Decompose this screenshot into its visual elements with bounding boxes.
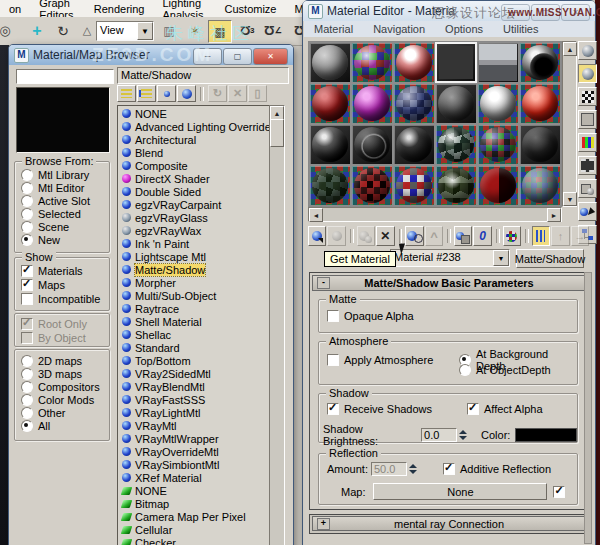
scroll-left-icon[interactable]: ◄ — [309, 208, 323, 222]
reflection-map-button[interactable]: None — [373, 483, 547, 500]
radio-control[interactable] — [21, 169, 33, 181]
list-item-vraysimbiontmtl-27[interactable]: VRaySimbiontMtl — [118, 458, 270, 471]
list-item-vray2sidedmtl-20[interactable]: VRay2SidedMtl — [118, 367, 270, 380]
list-item-xref-material-28[interactable]: XRef Material — [118, 471, 270, 484]
sample-slot-14[interactable] — [351, 124, 393, 165]
sample-slot-21[interactable] — [393, 165, 435, 206]
list-item-camera-map-per-pixel-31[interactable]: Camera Map Per Pixel — [118, 510, 270, 523]
sample-slot-9[interactable] — [393, 83, 435, 124]
list-item-checker-33[interactable]: Checker — [118, 536, 270, 545]
sample-slot-12[interactable] — [519, 83, 561, 124]
name-search-input[interactable] — [16, 69, 114, 84]
list-item-vraymtlwrapper-25[interactable]: VRayMtlWrapper — [118, 432, 270, 445]
radio-active-slot[interactable]: Active Slot — [15, 194, 109, 207]
radio-control[interactable] — [21, 355, 33, 367]
radio-new[interactable]: New — [15, 233, 109, 246]
snaps-toggle-icon[interactable]: ▩ — [208, 20, 232, 43]
list-item-egzvraycarpaint-7[interactable]: egzVRayCarpaint — [118, 198, 270, 211]
list-item-blend-3[interactable]: Blend — [118, 146, 270, 159]
list-item-shellac-17[interactable]: Shellac — [118, 328, 270, 341]
checkbox-control[interactable] — [21, 265, 33, 277]
sample-slot-17[interactable] — [477, 124, 519, 165]
sample-slot-1[interactable] — [309, 42, 351, 83]
sample-slot-10[interactable] — [435, 83, 477, 124]
list-item-none-0[interactable]: NONE — [118, 107, 270, 120]
select-and-rotate-icon[interactable]: ↻ — [52, 20, 74, 41]
view-large-icons-icon[interactable] — [177, 85, 196, 102]
receive-shadows-checkbox[interactable] — [327, 403, 339, 415]
background-icon[interactable] — [578, 87, 597, 106]
shadow-color-swatch[interactable] — [515, 428, 577, 442]
list-item-ink-n-paint-10[interactable]: Ink 'n Paint — [118, 237, 270, 250]
shadow-brightness-spinner[interactable]: 0.0 — [421, 428, 467, 442]
close-button[interactable]: ✕ — [253, 48, 288, 65]
list-item-matte-shadow-12[interactable]: Matte/Shadow — [118, 263, 270, 276]
editor-menu-material[interactable]: Material — [304, 23, 363, 35]
options-icon[interactable] — [578, 179, 597, 198]
rollout-header-basic[interactable]: - Matte/Shadow Basic Parameters — [312, 275, 586, 291]
combo-arrow-icon[interactable]: ▼ — [493, 250, 509, 266]
sample-slot-16[interactable] — [435, 124, 477, 165]
checkbox-materials[interactable]: Materials — [15, 264, 109, 278]
opaque-alpha-checkbox[interactable] — [327, 310, 339, 322]
material-editor-titlebar[interactable]: M Material Editor - Materia ─ ▢ ✕ — [303, 1, 595, 21]
sample-slot-6[interactable] — [519, 42, 561, 83]
make-material-copy-icon[interactable] — [405, 226, 423, 246]
view-small-icons-icon[interactable] — [157, 85, 176, 102]
material-type-button[interactable]: Matte/Shadow — [516, 249, 584, 268]
list-item-standard-18[interactable]: Standard — [118, 341, 270, 354]
radio-mtl-library[interactable]: Mtl Library — [15, 168, 109, 181]
select-manipulate-icon[interactable]: ✶ — [184, 20, 206, 41]
toolbar-partial-icon[interactable]: ◎ — [0, 20, 16, 41]
scroll-up-icon[interactable]: ▲ — [270, 106, 284, 120]
radio-control[interactable] — [21, 394, 33, 406]
list-item-composite-4[interactable]: Composite — [118, 159, 270, 172]
list-item-vraymtl-24[interactable]: VRayMtl — [118, 419, 270, 432]
list-item-vraylightmtl-23[interactable]: VRayLightMtl — [118, 406, 270, 419]
radio-control[interactable] — [21, 195, 33, 207]
rollout-header-mental-ray[interactable]: + mental ray Connection — [312, 516, 586, 531]
sample-slot-18[interactable] — [519, 124, 561, 165]
list-item-top-bottom-19[interactable]: Top/Bottom — [118, 354, 270, 367]
view-list-icons-icon[interactable] — [137, 85, 156, 102]
dropdown-arrow-icon[interactable]: ▼ — [137, 22, 153, 40]
list-item-morpher-13[interactable]: Morpher — [118, 276, 270, 289]
checkbox-incompatible[interactable]: Incompatible — [15, 292, 109, 306]
reference-coordinate-dropdown[interactable]: View ▼ — [96, 21, 154, 41]
select-and-scale-icon[interactable]: △ — [76, 20, 98, 41]
put-to-library-icon[interactable] — [454, 226, 472, 246]
material-name-dropdown[interactable]: Material #238 ▼ — [390, 249, 510, 267]
maximize-button[interactable]: ▢ — [223, 48, 252, 65]
checkbox-control[interactable] — [21, 293, 33, 305]
scroll-thumb[interactable] — [270, 119, 284, 147]
radio-3d-maps[interactable]: 3D maps — [15, 367, 109, 380]
at-object-depth-radio[interactable] — [459, 364, 471, 376]
sample-slot-19[interactable] — [309, 165, 351, 206]
list-item-double-sided-6[interactable]: Double Sided — [118, 185, 270, 198]
sample-slot-4-active[interactable] — [435, 42, 477, 83]
scroll-up-icon[interactable]: ▲ — [563, 42, 577, 56]
radio-compositors[interactable]: Compositors — [15, 380, 109, 393]
get-material-icon[interactable] — [308, 226, 326, 246]
radio-control[interactable] — [21, 221, 33, 233]
list-item-architectural-2[interactable]: Architectural — [118, 133, 270, 146]
maximize-button[interactable]: ▢ — [531, 4, 560, 21]
shadow-brightness-value[interactable]: 0.0 — [421, 428, 457, 442]
list-item-vrayfastsss-22[interactable]: VRayFastSSS — [118, 393, 270, 406]
radio-other[interactable]: Other — [15, 406, 109, 419]
app-menu-on[interactable]: on — [0, 2, 30, 16]
sample-slot-7[interactable] — [309, 83, 351, 124]
reflection-amount-spinner[interactable]: 50.0 — [371, 462, 417, 476]
material-id-channel-icon[interactable]: 0 — [473, 226, 491, 246]
affect-alpha-checkbox[interactable] — [467, 403, 479, 415]
reflection-map-checkbox[interactable] — [553, 486, 565, 498]
editor-menu-options[interactable]: Options — [435, 23, 493, 35]
sample-slot-5[interactable] — [477, 42, 519, 83]
radio-control[interactable] — [21, 368, 33, 380]
list-item-vrayoverridemtl-26[interactable]: VRayOverrideMtl — [118, 445, 270, 458]
show-map-in-viewport-icon[interactable] — [503, 226, 521, 246]
video-color-check-icon[interactable] — [578, 133, 597, 152]
list-scrollbar[interactable]: ▲ — [269, 105, 285, 545]
sample-uv-tiling-icon[interactable] — [578, 110, 597, 129]
radio-control[interactable] — [21, 407, 33, 419]
